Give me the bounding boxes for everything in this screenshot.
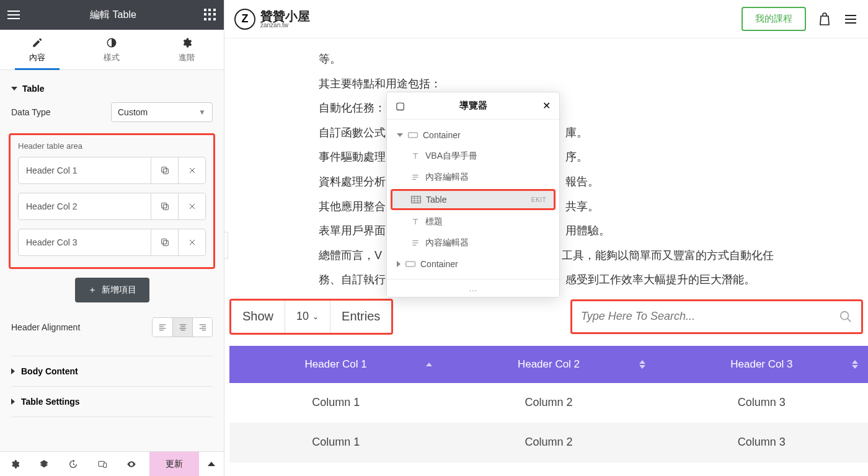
sidebar-footer: 更新 bbox=[0, 451, 224, 476]
navigator-item[interactable]: 標題 bbox=[387, 211, 559, 232]
navigator-item-selected[interactable]: Table EKIT bbox=[391, 189, 556, 210]
close-icon bbox=[187, 165, 197, 175]
menu-icon[interactable] bbox=[843, 12, 858, 27]
gear-icon bbox=[10, 459, 20, 469]
container-icon bbox=[408, 131, 418, 139]
search-icon[interactable] bbox=[839, 310, 852, 324]
entries-control: Show 10 ⌄ Entries bbox=[229, 299, 393, 335]
editor-icon bbox=[410, 173, 420, 182]
navigator-tree: Container VBA自學手冊 內容編輯器 Table EKIT 標題 bbox=[387, 120, 559, 297]
container-icon bbox=[405, 260, 415, 268]
bag-icon[interactable] bbox=[817, 12, 832, 27]
contrast-icon bbox=[106, 37, 117, 48]
preview-button[interactable] bbox=[117, 452, 146, 476]
editor-sidebar: 編輯 Table 內容 樣式 進階 Table Data Type Custom… bbox=[0, 0, 224, 476]
text-icon bbox=[410, 218, 420, 226]
collapse-panel-button[interactable]: ‹ bbox=[224, 232, 228, 259]
search-input[interactable] bbox=[581, 310, 839, 323]
site-topbar: Z 贊贊小屋 zanzan.tw 我的課程 bbox=[224, 0, 868, 38]
table-cell: Column 1 bbox=[229, 383, 442, 423]
layers-icon bbox=[39, 459, 49, 469]
table-icon bbox=[411, 195, 421, 204]
align-right-icon bbox=[198, 323, 207, 332]
pencil-icon bbox=[32, 37, 43, 48]
canvas: ‹ Z 贊贊小屋 zanzan.tw 我的課程 等。 其主要特點和用途包括： 自… bbox=[224, 0, 868, 476]
align-left-button[interactable] bbox=[153, 318, 172, 337]
duplicate-button[interactable] bbox=[151, 193, 178, 219]
navigator-item[interactable]: Container bbox=[387, 253, 559, 275]
collapse-icon[interactable]: ▢ bbox=[394, 100, 405, 112]
chevron-right-icon bbox=[11, 368, 15, 374]
table-cell: Column 1 bbox=[229, 423, 442, 462]
eye-icon bbox=[126, 459, 136, 469]
chevron-down-icon: ▼ bbox=[198, 108, 206, 117]
duplicate-button[interactable] bbox=[151, 229, 178, 255]
align-button-group bbox=[152, 317, 213, 337]
sort-icon bbox=[852, 360, 858, 369]
update-button[interactable]: 更新 bbox=[149, 452, 199, 476]
history-button[interactable] bbox=[58, 452, 87, 476]
data-type-label: Data Type bbox=[11, 107, 51, 117]
gear-icon bbox=[181, 37, 192, 48]
chevron-right-icon bbox=[397, 261, 401, 267]
add-item-button[interactable]: ＋ 新增項目 bbox=[75, 278, 149, 302]
expand-options-button[interactable] bbox=[199, 452, 224, 476]
text-icon bbox=[410, 152, 420, 161]
align-center-icon bbox=[179, 323, 187, 332]
navigator-item[interactable]: 內容編輯器 bbox=[387, 232, 559, 253]
table-header-cell[interactable]: Header Col 1 bbox=[229, 346, 442, 383]
table-header-cell[interactable]: Header Col 3 bbox=[655, 346, 868, 383]
show-label: Show bbox=[231, 301, 285, 333]
svg-rect-11 bbox=[412, 196, 421, 203]
delete-button[interactable] bbox=[178, 229, 205, 255]
table-cell: Column 2 bbox=[442, 423, 655, 462]
data-table: Header Col 1 Header Col 2 Header Col 3 C… bbox=[229, 346, 868, 462]
plus-icon: ＋ bbox=[88, 284, 97, 296]
brand[interactable]: Z 贊贊小屋 zanzan.tw bbox=[234, 9, 310, 30]
section-table-header[interactable]: Table bbox=[11, 77, 213, 102]
apps-icon[interactable] bbox=[204, 9, 216, 21]
svg-rect-2 bbox=[161, 167, 166, 172]
settings-button[interactable] bbox=[0, 452, 29, 476]
sidebar-body: Table Data Type Custom ▼ Header table ar… bbox=[0, 70, 224, 451]
table-row: Column 1 Column 2 Column 3 bbox=[229, 383, 868, 423]
tab-content[interactable]: 內容 bbox=[0, 30, 74, 69]
sort-icon bbox=[639, 360, 645, 369]
header-col-row[interactable]: Header Col 1 bbox=[18, 157, 206, 184]
section-table-settings[interactable]: Table Settings bbox=[11, 386, 213, 417]
table-header-cell[interactable]: Header Col 2 bbox=[442, 346, 655, 383]
hamburger-icon[interactable] bbox=[7, 7, 22, 22]
chevron-up-icon bbox=[208, 462, 215, 466]
close-icon[interactable]: ✕ bbox=[541, 100, 552, 112]
responsive-button[interactable] bbox=[87, 452, 117, 476]
tab-advanced[interactable]: 進階 bbox=[149, 30, 224, 69]
tab-style[interactable]: 樣式 bbox=[74, 30, 149, 69]
navigator-drag-handle[interactable]: … bbox=[387, 279, 559, 297]
navigator-item[interactable]: VBA自學手冊 bbox=[387, 146, 559, 167]
entries-label: Entries bbox=[330, 301, 391, 333]
panel-title: 編輯 Table bbox=[90, 9, 136, 22]
svg-rect-10 bbox=[409, 133, 418, 138]
close-icon bbox=[187, 201, 197, 211]
navigator-item[interactable]: Container bbox=[387, 125, 559, 146]
copy-icon bbox=[160, 237, 170, 247]
delete-button[interactable] bbox=[178, 193, 205, 219]
copy-icon bbox=[160, 201, 170, 211]
delete-button[interactable] bbox=[178, 157, 205, 183]
editor-tabs: 內容 樣式 進階 bbox=[0, 30, 224, 70]
svg-rect-4 bbox=[161, 203, 166, 208]
navigator-item[interactable]: 內容編輯器 bbox=[387, 167, 559, 188]
header-col-row[interactable]: Header Col 3 bbox=[18, 229, 206, 256]
data-type-row: Data Type Custom ▼ bbox=[11, 102, 213, 122]
data-type-select[interactable]: Custom ▼ bbox=[111, 102, 213, 122]
section-body-content[interactable]: Body Content bbox=[11, 356, 213, 386]
my-courses-button[interactable]: 我的課程 bbox=[742, 7, 806, 31]
chevron-right-icon bbox=[11, 399, 15, 405]
chevron-down-icon: ⌄ bbox=[312, 312, 319, 321]
entries-select[interactable]: 10 ⌄ bbox=[285, 301, 330, 333]
duplicate-button[interactable] bbox=[151, 157, 178, 183]
layers-button[interactable] bbox=[29, 452, 58, 476]
align-right-button[interactable] bbox=[192, 318, 212, 337]
align-center-button[interactable] bbox=[172, 318, 192, 337]
header-col-row[interactable]: Header Col 2 bbox=[18, 193, 206, 220]
